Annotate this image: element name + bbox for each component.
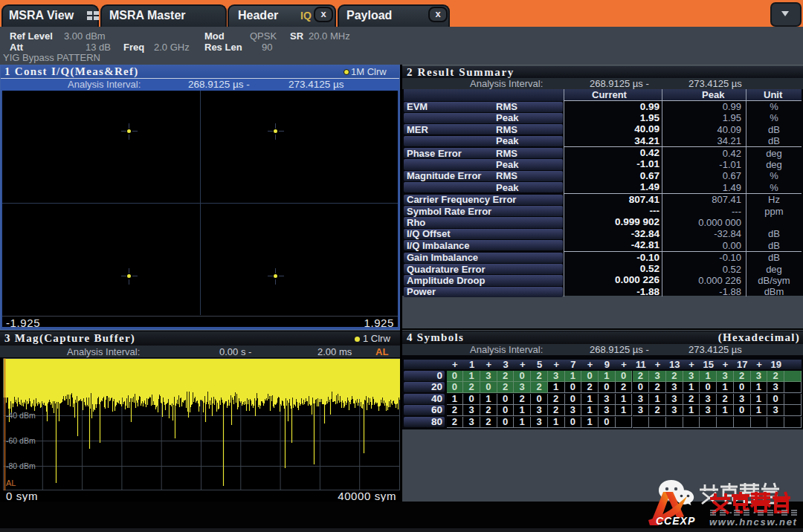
svg-text:www.hncsw.net: www.hncsw.net (709, 516, 798, 528)
svg-text:CCEXP: CCEXP (656, 515, 695, 527)
